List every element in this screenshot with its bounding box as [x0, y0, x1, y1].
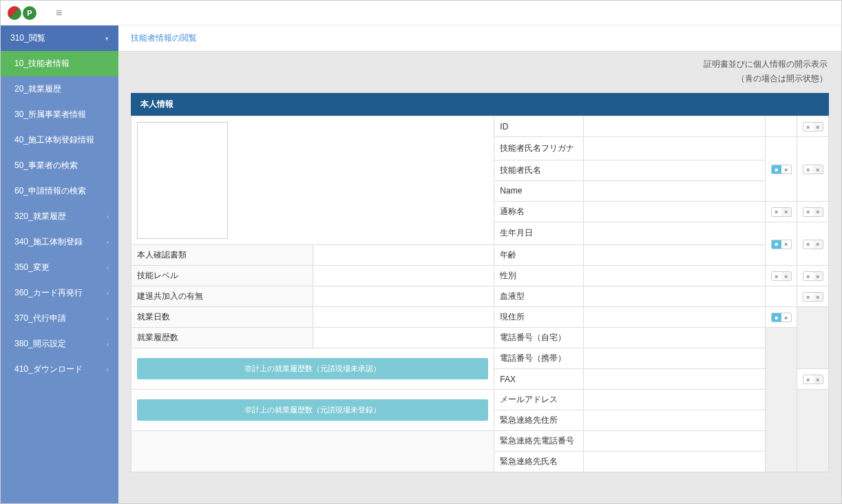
- disclosure-toggle[interactable]: ■■: [803, 240, 823, 249]
- unapproved-history-button[interactable]: 非計上の就業履歴数（元請現場未承認）: [137, 358, 488, 379]
- toggle-cell: [797, 307, 829, 369]
- toggle-cell: [766, 286, 797, 307]
- sidebar-sub-item[interactable]: 20_就業履歴: [1, 76, 118, 102]
- sidebar-group-label: 370_代行申請: [14, 313, 66, 324]
- sidebar-group[interactable]: 360_カード再発行‹: [1, 280, 118, 306]
- sidebar-group-label: 380_開示設定: [14, 338, 66, 350]
- sidebar-item-label: 60_申請情報の検索: [14, 185, 86, 197]
- sidebar-group[interactable]: 380_開示設定‹: [1, 331, 118, 357]
- disclosure-toggle[interactable]: ■■: [771, 313, 792, 322]
- disclosure-toggle[interactable]: ■■: [771, 271, 792, 281]
- row-label: 年齢: [494, 245, 584, 266]
- aux-button-cell: 非計上の就業履歴数（元請現場未登録）: [131, 390, 494, 431]
- sidebar-group-label: 340_施工体制登録: [14, 236, 83, 248]
- sidebar-group[interactable]: 320_就業履歴‹: [1, 204, 118, 229]
- chevron-left-icon: ‹: [107, 366, 109, 373]
- row-value: [584, 369, 766, 390]
- row-label: 電話番号（携帯）: [494, 348, 584, 369]
- row-value: [584, 266, 766, 286]
- toggle-cell: ■■: [797, 201, 829, 222]
- sidebar-sub-item[interactable]: 60_申請情報の検索: [1, 178, 118, 204]
- logo-p-icon: P: [23, 6, 36, 20]
- row-label: 緊急連絡先電話番号: [494, 431, 584, 452]
- disclosure-toggle[interactable]: ■■: [803, 292, 823, 302]
- sidebar-item-label: 20_就業履歴: [14, 83, 61, 95]
- disclosure-note-line1: 証明書並びに個人情報の開示表示: [118, 52, 841, 73]
- section-col2: [786, 98, 819, 110]
- toggle-cell: ■■: [766, 266, 797, 286]
- left-label: 建退共加入の有無: [131, 286, 313, 307]
- row-label: Name: [494, 180, 584, 201]
- left-empty: [131, 431, 494, 472]
- photo-cell: [131, 116, 494, 245]
- row-value: [584, 201, 766, 222]
- row-label: ID: [494, 116, 584, 137]
- sidebar-group[interactable]: 340_施工体制登録‹: [1, 229, 118, 255]
- toggle-cell: [797, 390, 829, 472]
- sidebar-group[interactable]: 410_ダウンロード‹: [1, 357, 118, 382]
- row-label: 緊急連絡先住所: [494, 410, 584, 431]
- sidebar-item-label: 50_事業者の検索: [14, 160, 78, 171]
- row-value: [584, 348, 766, 369]
- chevron-left-icon: ‹: [107, 239, 109, 246]
- sidebar-group-label: 410_ダウンロード: [14, 364, 83, 375]
- disclosure-toggle[interactable]: ■■: [771, 207, 792, 217]
- main-content: 技能者情報の閲覧 証明書並びに個人情報の開示表示 （青の場合は開示状態） 本人情…: [118, 25, 841, 503]
- row-value: [584, 307, 766, 328]
- toggle-cell: ■■: [766, 137, 797, 202]
- row-label: 緊急連絡先氏名: [494, 452, 584, 472]
- chevron-left-icon: ‹: [107, 315, 109, 322]
- sidebar-item-label: 40_施工体制登録情報: [14, 134, 94, 146]
- row-value: [584, 160, 766, 180]
- disclosure-toggle[interactable]: ■■: [803, 122, 823, 132]
- sidebar-sub-item[interactable]: 40_施工体制登録情報: [1, 127, 118, 153]
- row-label: 血液型: [494, 286, 584, 307]
- sidebar-group-label: 350_変更: [14, 262, 50, 273]
- row-label: 通称名: [494, 201, 584, 222]
- breadcrumb: 技能者情報の閲覧: [118, 25, 841, 52]
- row-value: [584, 452, 766, 472]
- row-label: 現住所: [494, 307, 584, 328]
- section-title: 本人情報: [140, 98, 753, 110]
- personal-info-table: ID■■技能者氏名フリガナ■■■■技能者氏名Name通称名■■■■生年月日■■■…: [131, 116, 829, 472]
- toggle-cell: ■■: [797, 266, 829, 286]
- toggle-cell: ■■: [797, 222, 829, 266]
- hamburger-icon[interactable]: ≡: [56, 7, 62, 19]
- sidebar-group[interactable]: 370_代行申請‹: [1, 306, 118, 331]
- left-label: 技能レベル: [131, 266, 313, 286]
- chevron-left-icon: ‹: [107, 341, 109, 348]
- disclosure-toggle[interactable]: ■■: [803, 375, 823, 384]
- left-value: [313, 266, 494, 286]
- left-label: 本人確認書類: [131, 245, 313, 266]
- disclosure-toggle[interactable]: ■■: [803, 165, 823, 174]
- row-value: [584, 328, 766, 348]
- disclosure-toggle[interactable]: ■■: [771, 240, 792, 249]
- sidebar-item-label: 10_技能者情報: [14, 58, 70, 70]
- unregistered-history-button[interactable]: 非計上の就業履歴数（元請現場未登録）: [137, 399, 488, 421]
- left-value: [313, 245, 494, 266]
- row-label: 電話番号（自宅）: [494, 328, 584, 348]
- chevron-down-icon: ▾: [105, 35, 109, 42]
- logo-circle-icon: [8, 6, 21, 20]
- disclosure-toggle[interactable]: ■■: [803, 207, 823, 217]
- sidebar-sub-item[interactable]: 50_事業者の検索: [1, 153, 118, 178]
- row-value: [584, 180, 766, 201]
- toggle-cell: ■■: [797, 286, 829, 307]
- toggle-cell: ■■: [766, 307, 797, 328]
- sidebar-sub-item[interactable]: 10_技能者情報: [1, 51, 118, 76]
- aux-button-cell: 非計上の就業履歴数（元請現場未承認）: [131, 348, 494, 390]
- sidebar: 310_閲覧 ▾ 10_技能者情報20_就業履歴30_所属事業者情報40_施工体…: [1, 25, 118, 503]
- row-value: [584, 137, 766, 160]
- toggle-cell: ■■: [797, 137, 829, 202]
- toggle-cell: ■■: [797, 116, 829, 137]
- topbar: P ≡: [1, 1, 841, 25]
- sidebar-item-label: 30_所属事業者情報: [14, 109, 86, 120]
- sidebar-group-310[interactable]: 310_閲覧 ▾: [1, 25, 118, 51]
- disclosure-toggle[interactable]: ■■: [771, 165, 792, 174]
- sidebar-group[interactable]: 350_変更‹: [1, 255, 118, 280]
- disclosure-toggle[interactable]: ■■: [803, 271, 823, 281]
- left-label: 就業日数: [131, 307, 313, 328]
- left-label: 就業履歴数: [131, 328, 313, 348]
- sidebar-sub-item[interactable]: 30_所属事業者情報: [1, 102, 118, 127]
- app-logo: P: [8, 6, 36, 20]
